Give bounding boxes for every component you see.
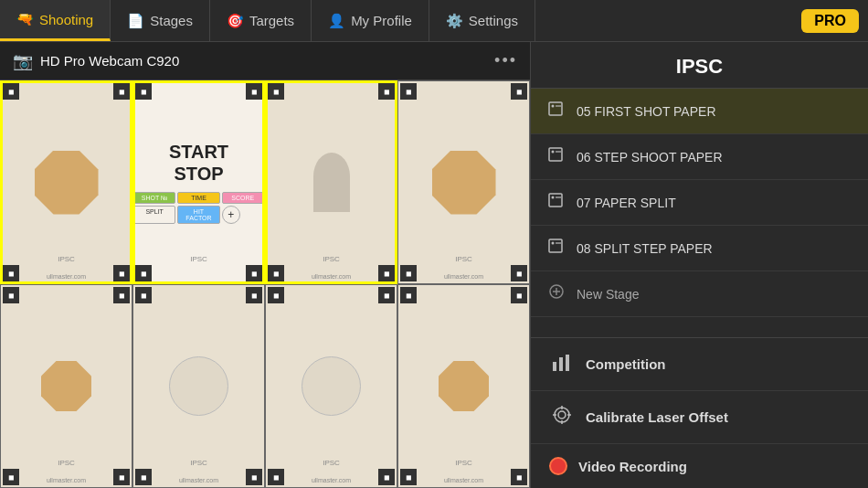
svg-point-18 xyxy=(555,408,569,422)
split-btn[interactable]: SPLIT xyxy=(133,206,175,224)
stage-item-07[interactable]: 07 PAPER SPLIT xyxy=(531,180,868,226)
svg-point-10 xyxy=(552,242,555,245)
shooting-icon: 🔫 xyxy=(16,11,34,27)
corner-bl-4: ◼ xyxy=(400,265,417,281)
svg-rect-9 xyxy=(549,239,562,252)
nav-settings-label: Settings xyxy=(469,13,518,28)
stage-item-05[interactable]: 05 FIRST SHOT PAPER xyxy=(531,89,868,134)
corner-bl-2: ◼ xyxy=(135,265,152,281)
stage-label-05: 05 FIRST SHOT PAPER xyxy=(577,104,716,119)
calibrate-icon xyxy=(549,404,575,430)
svg-point-1 xyxy=(552,105,555,108)
settings-icon: ⚙️ xyxy=(446,13,463,29)
stage-label-08: 08 SPLIT STEP PAPER xyxy=(577,241,713,256)
shot-cell-4[interactable]: ◼ ◼ ◼ ◼ IPSC ullmaster.com xyxy=(397,80,530,284)
corner-tr-4: ◼ xyxy=(511,83,527,100)
corner-bl-6: ◼ xyxy=(135,469,152,485)
shot-cell-8[interactable]: ◼ ◼ ◼ ◼ IPSC ullmaster.com xyxy=(397,284,530,488)
plus-btn[interactable]: + xyxy=(222,206,240,224)
octagon-target-1 xyxy=(35,151,99,215)
shots-grid: ◼ ◼ ◼ ◼ IPSC ullmaster.com ◼ ◼ ◼ ◼ START… xyxy=(0,80,530,488)
octagon-target-4 xyxy=(432,151,496,215)
nav-shooting-label: Shooting xyxy=(39,12,93,27)
red-dot-icon xyxy=(549,457,567,475)
shot-cell-5[interactable]: ◼ ◼ ◼ ◼ IPSC ullmaster.com xyxy=(0,284,132,488)
nav-settings[interactable]: ⚙️ Settings xyxy=(429,0,535,41)
ipsc-label-3: IPSC xyxy=(323,255,340,263)
svg-rect-16 xyxy=(559,357,563,371)
stage-icon-05 xyxy=(545,100,567,122)
targets-icon: 🎯 xyxy=(227,13,244,29)
svg-rect-15 xyxy=(553,362,556,371)
nav-my-profile[interactable]: 👤 My Profile xyxy=(312,0,429,41)
stage-item-new[interactable]: New Stage xyxy=(531,271,868,317)
webcam-title: HD Pro Webcam C920 xyxy=(40,53,487,69)
nav-targets[interactable]: 🎯 Targets xyxy=(210,0,312,41)
corner-br: ◼ xyxy=(113,265,130,281)
octagon-target-8 xyxy=(439,361,489,411)
left-panel: 📷 HD Pro Webcam C920 ••• ◼ ◼ ◼ ◼ IPSC ul… xyxy=(0,42,530,488)
corner-tl-5: ◼ xyxy=(3,287,19,303)
stage-item-06[interactable]: 06 STEP SHOOT PAPER xyxy=(531,134,868,180)
calibrate-button[interactable]: Calibrate Laser Offset xyxy=(531,391,868,444)
shot-cell-6[interactable]: ◼ ◼ ◼ ◼ IPSC ullmaster.com xyxy=(132,284,265,488)
corner-bl-3: ◼ xyxy=(268,265,284,281)
shot-cell-7[interactable]: ◼ ◼ ◼ ◼ IPSC ullmaster.com xyxy=(265,284,397,488)
ipsc-label-7: IPSC xyxy=(323,459,340,467)
octagon-target-5 xyxy=(41,361,91,411)
corner-tl-3: ◼ xyxy=(268,83,284,100)
shot-info-6: ullmaster.com xyxy=(179,477,218,483)
hit-factor-btn[interactable]: HIT FACTOR xyxy=(177,206,219,224)
ipsc-label-4: IPSC xyxy=(455,255,472,263)
corner-br-8: ◼ xyxy=(511,469,527,485)
nav-profile-label: My Profile xyxy=(351,13,412,28)
corner-bl-8: ◼ xyxy=(400,469,417,485)
stage-icon-new xyxy=(545,282,567,305)
corner-tl-7: ◼ xyxy=(268,287,284,303)
corner-tr-6: ◼ xyxy=(246,287,262,303)
corner-tr-2: ◼ xyxy=(246,83,262,100)
corner-tr-3: ◼ xyxy=(378,83,395,100)
svg-rect-3 xyxy=(549,148,562,161)
circle-target-7 xyxy=(302,356,361,416)
corner-tl: ◼ xyxy=(3,83,19,100)
score-btn[interactable]: SCORE xyxy=(222,192,264,204)
start-stop-text: STARTSTOP xyxy=(169,141,228,185)
video-label: Video Recording xyxy=(578,459,687,474)
stage-icon-07 xyxy=(545,191,567,214)
dots-menu-button[interactable]: ••• xyxy=(494,51,517,70)
shot-info-3: ullmaster.com xyxy=(312,273,351,280)
bottom-buttons: Competition Calibrate Laser Offset Video… xyxy=(531,337,868,488)
shot-cell-3[interactable]: ◼ ◼ ◼ ◼ IPSC ullmaster.com xyxy=(265,80,397,284)
corner-tr: ◼ xyxy=(113,83,130,100)
competition-button[interactable]: Competition xyxy=(531,338,868,391)
stage-label-new: New Stage xyxy=(577,287,639,302)
corner-tl-8: ◼ xyxy=(400,287,417,303)
corner-br-4: ◼ xyxy=(511,265,527,281)
shot-info-5: ullmaster.com xyxy=(47,477,86,483)
shot-info-8: ullmaster.com xyxy=(444,477,483,483)
video-recording-button[interactable]: Video Recording xyxy=(531,444,868,488)
corner-bl: ◼ xyxy=(3,265,19,281)
pro-badge: PRO xyxy=(801,9,859,33)
ipsc-label-8: IPSC xyxy=(455,459,472,467)
calibrate-label: Calibrate Laser Offset xyxy=(586,409,728,425)
shot-info-7: ullmaster.com xyxy=(312,477,351,483)
shot-cell-2[interactable]: ◼ ◼ ◼ ◼ STARTSTOP SHOT № TIME SCORE SPLI… xyxy=(132,80,265,284)
nav-targets-label: Targets xyxy=(249,13,294,28)
corner-bl-5: ◼ xyxy=(3,469,19,485)
stage-item-08[interactable]: 08 SPLIT STEP PAPER xyxy=(531,226,868,271)
nav-shooting[interactable]: 🔫 Shooting xyxy=(0,0,111,41)
stage-label-07: 07 PAPER SPLIT xyxy=(577,196,676,210)
svg-point-4 xyxy=(552,151,555,154)
shot-num-btn[interactable]: SHOT № xyxy=(133,192,175,204)
ipsc-label-5: IPSC xyxy=(58,459,75,467)
nav-stages[interactable]: 📄 Stages xyxy=(111,0,210,41)
stages-icon: 📄 xyxy=(127,13,144,29)
time-btn[interactable]: TIME xyxy=(177,192,219,204)
webcam-icon: 📷 xyxy=(13,51,33,71)
shot-cell-1[interactable]: ◼ ◼ ◼ ◼ IPSC ullmaster.com xyxy=(0,80,132,284)
svg-rect-6 xyxy=(549,194,562,207)
corner-tr-8: ◼ xyxy=(511,287,527,303)
svg-point-7 xyxy=(552,196,555,199)
